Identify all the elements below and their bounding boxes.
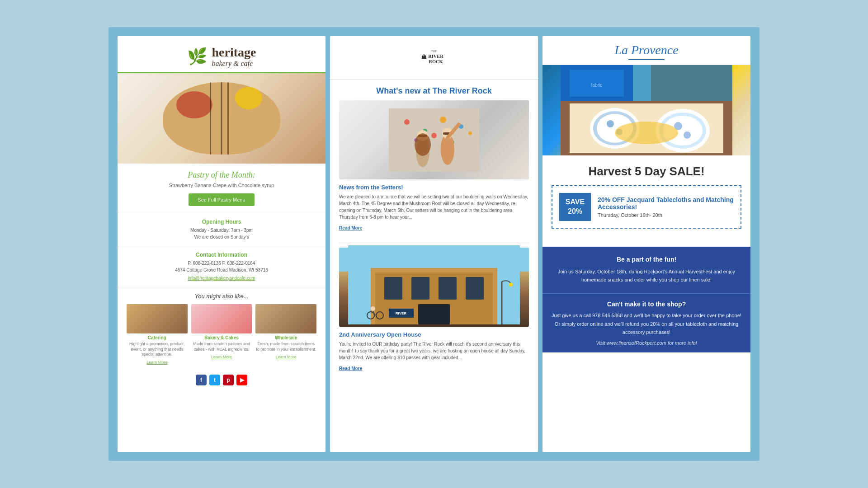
panel2-divider <box>339 243 529 243</box>
svg-point-7 <box>440 117 446 123</box>
river-rock-panel: THE 🏔 RIVER ROCK What's new at The River… <box>330 36 538 452</box>
heritage-bakery-panel: 🌿 heritage bakery & cafe Pastry of the M… <box>118 36 326 452</box>
opening-hours-line2: We are closed on Sunday's <box>127 234 316 240</box>
sale-details-title: 20% OFF Jacquard Tablecloths and Matchin… <box>598 196 734 211</box>
pastry-title: Pastry of the Month: <box>127 170 316 180</box>
bakery-image <box>191 304 252 333</box>
contact-section: Contact Information P. 608-222-0136 F. 6… <box>118 246 326 287</box>
heritage-brand-name: heritage <box>212 45 256 60</box>
section2-read-more[interactable]: Read More <box>339 366 362 371</box>
svg-text:ROCK: ROCK <box>429 59 443 64</box>
la-provence-logo: La Provence <box>552 43 741 57</box>
bakery-label: Bakery & Cakes <box>191 335 252 340</box>
la-provence-hero-image: fabric <box>542 65 750 155</box>
svg-text:RIVER: RIVER <box>428 54 443 59</box>
sale-box: SAVE 20% 20% OFF Jacquard Tablecloths an… <box>552 185 741 229</box>
svg-rect-25 <box>411 277 429 300</box>
svg-point-12 <box>468 131 472 135</box>
reco-catering: Catering Highlight a promotion, product,… <box>127 304 188 366</box>
pinterest-icon[interactable]: p <box>223 375 234 385</box>
exterior-svg: RIVER <box>339 245 529 324</box>
sale-date: Thursday, October 16th- 20th <box>598 212 734 218</box>
svg-point-32 <box>509 283 513 286</box>
chocolate-drizzle-2 <box>227 82 229 155</box>
svg-point-5 <box>404 119 410 125</box>
svg-point-10 <box>431 133 437 138</box>
reco-bakery: Bakery & Cakes Made from scratch pastrie… <box>191 304 252 366</box>
wholesale-link[interactable]: Learn More <box>276 355 297 359</box>
recommendations-title: You might also like... <box>127 293 316 300</box>
chocolate-drizzle <box>221 82 222 155</box>
svg-text:fabric: fabric <box>591 83 602 88</box>
la-provence-panel: La Provence <box>542 36 750 452</box>
svg-text:THE: THE <box>431 49 437 52</box>
contact-address: 4674 Cottage Grove Road Madison, WI 5371… <box>127 267 316 273</box>
opening-hours-section: Opening Hours Monday - Saturday: 7am - 3… <box>118 213 326 246</box>
bakery-desc: Made from scratch pastries and cakes - w… <box>191 342 252 352</box>
svg-point-49 <box>684 131 691 139</box>
svg-rect-54 <box>651 65 732 101</box>
heritage-brand-sub: bakery & cafe <box>212 60 256 68</box>
main-container: 🌿 heritage bakery & cafe Pastry of the M… <box>108 27 760 461</box>
opening-hours-line1: Monday - Saturday: 7am - 3pm <box>127 227 316 234</box>
website-link: Visit www.linensofRockport.com for more … <box>552 340 741 346</box>
river-rock-section1: News from the Setters! We are pleased to… <box>330 100 538 238</box>
contact-heading: Contact Information <box>127 252 316 258</box>
facebook-icon[interactable]: f <box>196 375 207 385</box>
heritage-food-image <box>118 73 326 164</box>
wholesale-image <box>255 304 316 333</box>
wholesale-label: Wholesale <box>255 335 316 340</box>
sale-section: Harvest 5 Day SALE! SAVE 20% 20% OFF Jac… <box>542 155 750 247</box>
fun-text: Join us Saturday, October 18th, during R… <box>552 267 741 284</box>
fun-section: Be a part of the fun! Join us Saturday, … <box>542 247 750 293</box>
wholesale-desc: Fresh, made from scratch items to promot… <box>255 342 316 352</box>
svg-text:🏔: 🏔 <box>421 54 426 60</box>
climbing-svg <box>389 108 479 172</box>
save-label: SAVE <box>565 197 585 207</box>
twitter-icon[interactable]: t <box>209 375 220 385</box>
fun-title: Be a part of the fun! <box>552 256 741 263</box>
catering-image <box>127 304 188 333</box>
heritage-brand: heritage bakery & cafe <box>212 45 256 68</box>
save-badge: SAVE 20% <box>559 193 591 221</box>
exterior-image: RIVER <box>339 248 529 327</box>
section2-title: 2nd Anniversary Open House <box>339 331 529 338</box>
bakery-link[interactable]: Learn More <box>211 355 232 359</box>
recommendations-grid: Catering Highlight a promotion, product,… <box>127 304 316 366</box>
river-rock-section2: RIVER 2nd Anniversary Open House You're … <box>330 248 538 379</box>
contact-email-link[interactable]: info@heritagebakeryandcafe.com <box>188 276 255 281</box>
phone-title: Can't make it to the shop? <box>552 300 741 308</box>
reco-wholesale: Wholesale Fresh, made from scratch items… <box>255 304 316 366</box>
river-rock-main-heading: What's new at The River Rock <box>330 80 538 100</box>
heritage-logo-area: 🌿 heritage bakery & cafe <box>187 45 256 68</box>
chocolate-drizzle-3 <box>210 82 211 155</box>
catering-label: Catering <box>127 335 188 340</box>
river-rock-logo-svg: THE 🏔 RIVER ROCK <box>416 45 452 70</box>
crepe-visual <box>163 82 280 155</box>
la-provence-underline <box>628 59 665 60</box>
svg-rect-24 <box>384 277 402 300</box>
harvest-title: Harvest 5 Day SALE! <box>552 164 741 178</box>
provence-hero-svg: fabric <box>542 65 750 155</box>
river-rock-logo: THE 🏔 RIVER ROCK <box>339 45 529 70</box>
svg-text:RIVER: RIVER <box>396 311 407 315</box>
phone-section: Can't make it to the shop? Just give us … <box>542 293 750 352</box>
catering-link[interactable]: Learn More <box>146 360 167 365</box>
catering-desc: Highlight a promotion, product, event, o… <box>127 342 188 357</box>
opening-hours-heading: Opening Hours <box>127 219 316 225</box>
section1-body: We are pleased to announce that we will … <box>339 193 529 221</box>
svg-point-43 <box>607 120 614 127</box>
la-provence-header: La Provence <box>542 36 750 65</box>
section1-read-more[interactable]: Read More <box>339 225 362 230</box>
leaf-icon: 🌿 <box>187 47 208 66</box>
recommendations-section: You might also like... Catering Highligh… <box>118 287 326 395</box>
svg-rect-26 <box>439 277 457 300</box>
phone-text: Just give us a call 978.546.5868 and we'… <box>552 311 741 337</box>
svg-point-50 <box>615 122 678 144</box>
pastry-menu-button[interactable]: See Full Pastry Menu <box>189 193 254 206</box>
save-percent: 20% <box>565 207 585 216</box>
section2-body: You're invited to OUR birthday party! Th… <box>339 341 529 361</box>
svg-rect-28 <box>418 304 450 324</box>
section1-title: News from the Setters! <box>339 184 529 191</box>
youtube-icon[interactable]: ▶ <box>236 375 247 385</box>
